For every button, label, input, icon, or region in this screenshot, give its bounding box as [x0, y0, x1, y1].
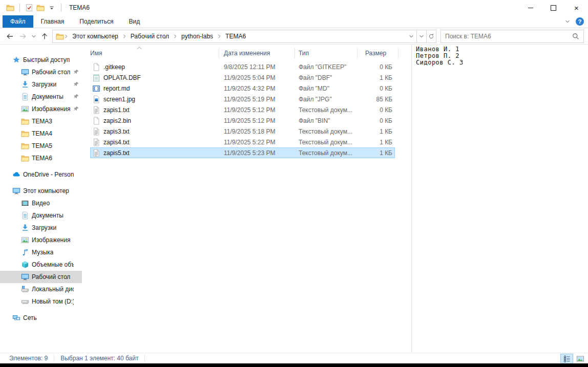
- file-row-zapis2.bin[interactable]: zapis2.bin11/9/2025 5:12 PMФайл "BIN"0 К…: [90, 115, 395, 126]
- minimize-button[interactable]: [519, 0, 542, 15]
- breadcrumb-chevron-icon[interactable]: [122, 34, 127, 39]
- sidebar-item-onedrive-personal[interactable]: OneDrive - Personal: [0, 168, 82, 181]
- address-dropdown-button[interactable]: [417, 30, 427, 43]
- sidebar-item-изображения[interactable]: Изображения: [0, 234, 82, 246]
- sidebar-item-label: TEMA4: [32, 130, 52, 137]
- sidebar-item-новый-том-d-[interactable]: Новый том (D:): [0, 295, 82, 308]
- window-title: TEMA6: [69, 4, 90, 11]
- maximize-button[interactable]: [542, 0, 565, 15]
- sidebar-item-документы[interactable]: Документы: [0, 209, 82, 222]
- file-date: 11/9/2025 5:22 PM: [219, 139, 295, 146]
- refresh-button[interactable]: [427, 30, 436, 43]
- file-row-screen1.jpg[interactable]: screen1.jpg11/9/2025 5:19 PMФайл "JPG"85…: [90, 94, 395, 104]
- onedrive-icon: [12, 170, 20, 179]
- search-box[interactable]: [440, 30, 584, 43]
- breadcrumb-chevron-icon[interactable]: [64, 34, 68, 39]
- file-blank-icon: [92, 63, 100, 71]
- sidebar-item-документы[interactable]: Документы: [0, 91, 82, 103]
- column-header-size[interactable]: Размер: [358, 48, 398, 58]
- sidebar-item-загрузки[interactable]: Загрузки: [0, 222, 82, 234]
- file-date: 9/8/2025 12:11 PM: [219, 63, 295, 71]
- file-row-report.md[interactable]: report.md11/9/2025 4:32 PMФайл "MD"0 КБ: [90, 83, 395, 94]
- properties-check-icon[interactable]: [24, 2, 35, 14]
- breadcrumb-item[interactable]: python-labs: [178, 33, 216, 40]
- sidebar-item-сеть[interactable]: Сеть: [0, 312, 82, 324]
- sidebar-item-этот-компьютер[interactable]: Этот компьютер: [0, 185, 82, 197]
- sidebar-item-изображения[interactable]: Изображения: [0, 103, 82, 115]
- close-icon: ×: [574, 4, 579, 12]
- customize-toolbar-icon[interactable]: [46, 2, 57, 14]
- breadcrumb-chevron-icon[interactable]: [173, 34, 177, 39]
- ribbon-tab-главная[interactable]: Главная: [33, 15, 72, 28]
- cube-icon: [21, 261, 29, 269]
- file-row-zapis3.txt[interactable]: zapis3.txt11/9/2025 5:18 PMТекстовый док…: [90, 126, 395, 137]
- sidebar-item-видео[interactable]: Видео: [0, 197, 82, 209]
- file-row-zapis4.txt[interactable]: zapis4.txt11/9/2025 5:22 PMТекстовый док…: [90, 137, 395, 147]
- sidebar-item-загрузки[interactable]: Загрузки: [0, 78, 82, 91]
- file-text-icon: [92, 127, 100, 136]
- sidebar-item-tema4[interactable]: TEMA4: [0, 127, 82, 140]
- file-rows: .gitkeep9/8/2025 12:11 PMФайл "GITKEEP"0…: [82, 61, 411, 158]
- sidebar-item-label: Документы: [32, 212, 64, 219]
- separator: [19, 4, 20, 12]
- sidebar-item-tema5[interactable]: TEMA5: [0, 140, 82, 152]
- column-headers: ИмяДата измененияТипРазмер: [82, 46, 411, 60]
- chevron-down-icon[interactable]: [408, 33, 414, 39]
- recent-locations-chevron-icon[interactable]: [30, 30, 38, 43]
- breadcrumb-item[interactable]: Этот компьютер: [69, 33, 121, 40]
- search-input[interactable]: [441, 30, 583, 42]
- file-size: 1 КБ: [358, 139, 395, 146]
- sidebar-item-рабочий-стол[interactable]: Рабочий стол: [0, 66, 82, 78]
- sidebar-item-label: Загрузки: [32, 81, 56, 88]
- file-row-.gitkeep[interactable]: .gitkeep9/8/2025 12:11 PMФайл "GITKEEP"0…: [90, 61, 395, 72]
- sidebar-item-tema6[interactable]: TEMA6: [0, 152, 82, 164]
- new-folder-icon[interactable]: [35, 2, 46, 14]
- sidebar-item-локальный-диск-c-[interactable]: Локальный диск (C:): [0, 283, 82, 295]
- ribbon-tab-файл[interactable]: Файл: [3, 15, 33, 28]
- file-name-cell: zapis4.txt: [90, 138, 219, 146]
- column-header-name[interactable]: Имя: [82, 48, 219, 58]
- file-row-OPLATA.DBF[interactable]: OPLATA.DBF11/9/2025 5:04 PMФайл "DBF"1 К…: [90, 72, 395, 83]
- explorer-folder-icon: [5, 2, 16, 14]
- file-type: Файл "GITKEEP": [295, 63, 358, 71]
- forward-button[interactable]: [16, 30, 30, 43]
- back-button[interactable]: [3, 30, 16, 43]
- file-row-zapis5.txt[interactable]: zapis5.txt11/9/2025 5:23 PMТекстовый док…: [90, 147, 395, 158]
- file-name: screen1.jpg: [103, 96, 135, 103]
- ribbon-tab-поделиться[interactable]: Поделиться: [72, 15, 121, 28]
- folder-icon: [21, 154, 29, 162]
- file-row-zapis1.txt[interactable]: zapis1.txt11/9/2025 5:12 PMТекстовый док…: [90, 104, 395, 115]
- breadcrumb-item[interactable]: TEMA6: [222, 33, 249, 40]
- breadcrumb-item[interactable]: Рабочий стол: [128, 33, 172, 40]
- preview-text: Иванов И. 1 Петров П. 2 Сидоров С. 3: [416, 46, 588, 66]
- sidebar-item-рабочий-стол[interactable]: Рабочий стол: [0, 271, 82, 283]
- file-notepad-icon: [92, 74, 100, 82]
- sidebar-item-объемные-объекты[interactable]: Объемные объекты: [0, 258, 82, 271]
- file-date: 11/9/2025 5:04 PM: [219, 74, 295, 81]
- items-count: Элементов: 9: [3, 355, 54, 362]
- chevron-down-icon[interactable]: [564, 18, 571, 25]
- file-name: zapis2.bin: [103, 117, 131, 124]
- close-button[interactable]: ×: [565, 0, 588, 15]
- explorer-window: TEMA6 × ФайлГлавнаяПоделитьсяВид ? Этот …: [0, 0, 588, 367]
- sidebar-item-tema3[interactable]: TEMA3: [0, 115, 82, 127]
- file-name: report.md: [103, 85, 130, 92]
- ribbon-tab-strip: ФайлГлавнаяПоделитьсяВид ?: [0, 15, 588, 28]
- disk-os-icon: [21, 285, 29, 293]
- thumbnail-view-button[interactable]: [574, 354, 586, 364]
- help-icon[interactable]: ?: [576, 17, 584, 26]
- file-date: 11/9/2025 5:12 PM: [219, 106, 295, 114]
- network-icon: [12, 314, 20, 322]
- preview-pane: Иванов И. 1 Петров П. 2 Сидоров С. 3: [412, 44, 588, 353]
- details-view-button[interactable]: [560, 354, 573, 364]
- address-bar[interactable]: Этот компьютерРабочий столpython-labsTEM…: [52, 30, 417, 43]
- column-header-type[interactable]: Тип: [295, 48, 358, 58]
- column-header-date[interactable]: Дата изменения: [219, 48, 295, 58]
- up-button[interactable]: [38, 30, 51, 43]
- sidebar-item-быстрый-доступ[interactable]: Быстрый доступ: [0, 54, 82, 66]
- file-size: 0 КБ: [358, 63, 395, 71]
- file-name: zapis3.txt: [103, 128, 130, 135]
- sidebar-item-музыка[interactable]: Музыка: [0, 246, 82, 258]
- ribbon-tab-вид[interactable]: Вид: [121, 15, 148, 28]
- breadcrumb-chevron-icon[interactable]: [217, 34, 221, 39]
